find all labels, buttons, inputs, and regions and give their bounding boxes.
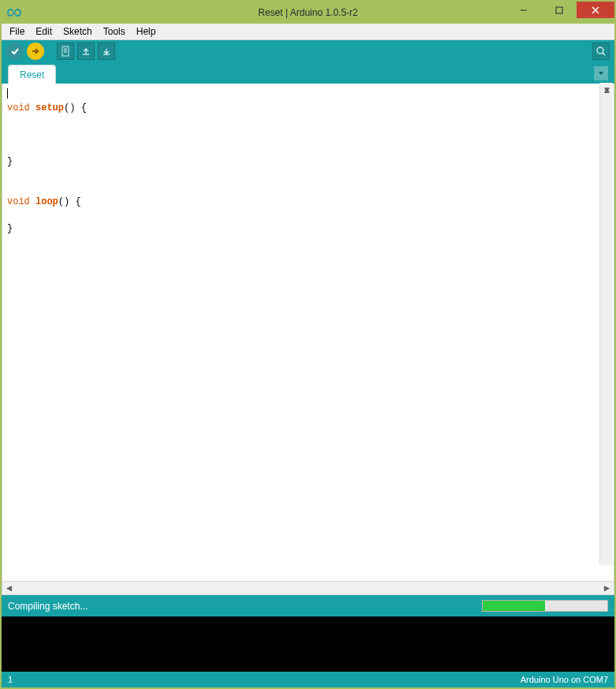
upload-button[interactable] [27,43,44,60]
arduino-ide-window: Reset | Arduino 1.0.5-r2 File Edit Sketc… [0,0,616,689]
svg-rect-4 [62,47,69,56]
horizontal-scrollbar[interactable]: ◄ ► [2,581,614,594]
svg-line-11 [603,53,605,55]
new-sketch-button[interactable] [57,43,74,60]
menu-sketch[interactable]: Sketch [58,25,97,38]
menu-file[interactable]: File [5,25,29,38]
arduino-logo-icon [6,5,22,20]
board-port-label: Arduino Uno on COM7 [521,675,608,684]
menu-help[interactable]: Help [132,25,161,38]
close-button[interactable] [577,2,614,18]
tab-menu-button[interactable] [594,66,608,80]
menu-edit[interactable]: Edit [31,25,57,38]
code-text: } [7,156,13,167]
maximize-button[interactable] [541,2,577,18]
serial-monitor-button[interactable] [592,43,610,60]
sketch-tab[interactable]: Reset [8,65,56,84]
code-text: () { [64,102,87,114]
code-text: } [7,223,13,234]
scroll-down-icon[interactable]: ▼ [600,83,614,96]
verify-button[interactable] [6,43,24,60]
compile-progress-fill [483,601,545,611]
svg-point-10 [597,47,603,54]
tabbar: Reset [2,62,614,84]
status-message: Compiling sketch... [8,601,88,612]
svg-rect-1 [556,7,562,13]
footer-bar: 1 Arduino Uno on COM7 [2,672,614,687]
code-keyword: void [7,102,30,114]
scroll-left-icon[interactable]: ◄ [2,582,16,594]
code-text: () { [58,196,81,207]
code-function: loop [35,196,58,207]
code-function: setup [35,102,64,114]
minimize-button[interactable] [506,2,541,18]
code-keyword: void [7,196,30,207]
save-sketch-button[interactable] [98,43,115,60]
editor-area: void setup() { } void loop() { } ◄ ► [2,84,614,595]
code-editor[interactable]: void setup() { } void loop() { } [2,84,614,581]
console-output[interactable] [2,616,614,672]
titlebar[interactable]: Reset | Arduino 1.0.5-r2 [2,2,614,24]
menu-tools[interactable]: Tools [99,25,130,38]
vertical-scrollbar[interactable]: ▲ ▼ [599,83,613,565]
line-number: 1 [8,675,13,684]
compile-progress [482,600,608,612]
toolbar [2,40,614,62]
status-bar: Compiling sketch... [2,595,614,616]
scroll-right-icon[interactable]: ► [600,582,614,594]
menubar: File Edit Sketch Tools Help [2,24,614,40]
code-text [7,129,18,140]
open-sketch-button[interactable] [77,43,95,60]
window-controls [506,2,614,24]
